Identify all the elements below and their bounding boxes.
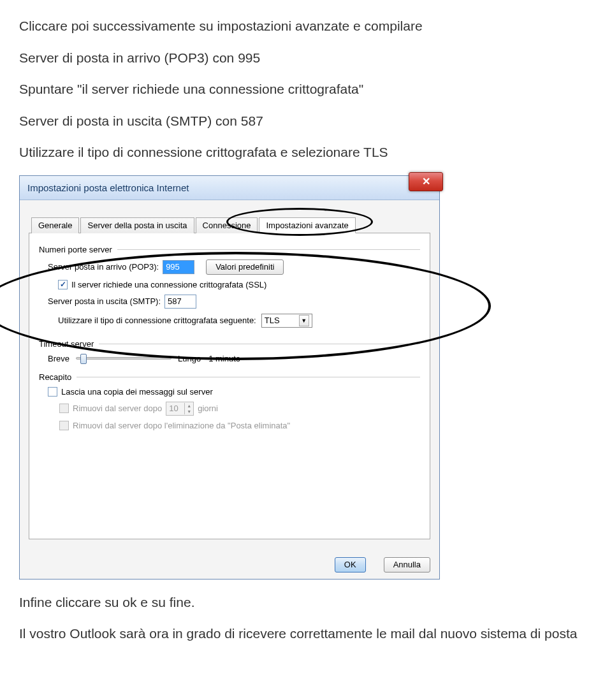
- row-smtp: Server posta in uscita (SMTP):: [48, 295, 420, 309]
- instruction-3: Spuntare "il server richiede una conness…: [19, 79, 593, 99]
- checkbox-remove-deleted: [59, 421, 69, 430]
- section-ports: Numeri porte server: [39, 245, 420, 254]
- row-remove-deleted: Rimuovi dal server dopo l'eliminazione d…: [59, 421, 420, 430]
- spinner-days: 10 ▲ ▼: [166, 402, 194, 416]
- label-long: Lungo: [178, 354, 201, 363]
- select-encryption[interactable]: TLS ▼: [261, 314, 312, 328]
- label-duration: 1 minuto: [208, 354, 240, 363]
- timeout-slider[interactable]: [76, 357, 171, 360]
- section-ports-label: Numeri porte server: [39, 245, 112, 254]
- checkbox-remove-after: [59, 404, 69, 413]
- spinner-up-icon: ▲: [184, 403, 193, 409]
- dialog-title: Impostazioni posta elettronica Internet: [27, 182, 189, 193]
- row-leave-copy: Lascia una copia dei messaggi sul server: [48, 387, 420, 397]
- section-delivery: Recapito: [39, 372, 420, 382]
- select-encryption-value: TLS: [265, 316, 280, 325]
- defaults-button[interactable]: Valori predefiniti: [206, 259, 284, 275]
- input-pop3-port[interactable]: [163, 260, 194, 274]
- checkbox-ssl[interactable]: [58, 280, 68, 289]
- divider: [117, 249, 420, 250]
- input-smtp-port[interactable]: [164, 295, 196, 309]
- instruction-6: Infine cliccare su ok e su fine.: [19, 592, 593, 613]
- slider-thumb[interactable]: [80, 354, 87, 364]
- close-icon: ✕: [422, 175, 430, 187]
- ok-button[interactable]: OK: [335, 557, 366, 572]
- spinner-days-value: 10: [169, 404, 178, 413]
- instruction-1: Cliccare poi successivamente su impostaz…: [19, 16, 593, 36]
- divider: [76, 377, 420, 377]
- label-short: Breve: [48, 354, 69, 363]
- dialog-footer: OK Annulla: [20, 551, 439, 579]
- label-ssl: Il server richiede una connessione critt…: [71, 280, 266, 289]
- label-leave-copy: Lascia una copia dei messaggi sul server: [61, 387, 213, 397]
- instruction-5: Utilizzare il tipo di connessione critto…: [19, 142, 593, 163]
- tab-advanced[interactable]: Impostazioni avanzate: [259, 217, 355, 233]
- spinner-down-icon: ▼: [184, 409, 193, 414]
- tabstrip: Generale Server della posta in uscita Co…: [29, 217, 430, 233]
- label-smtp: Server posta in uscita (SMTP):: [48, 296, 161, 306]
- tab-connection[interactable]: Connessione: [196, 217, 258, 233]
- instruction-7: Il vostro Outlook sarà ora in grado di r…: [19, 623, 593, 644]
- chevron-down-icon: ▼: [299, 315, 309, 326]
- label-remove-deleted: Rimuovi dal server dopo l'eliminazione d…: [73, 421, 290, 430]
- cancel-button[interactable]: Annulla: [384, 557, 430, 572]
- close-button[interactable]: ✕: [409, 172, 443, 191]
- label-encryption: Utilizzare il tipo di connessione critto…: [58, 316, 256, 325]
- instruction-4: Server di posta in uscita (SMTP) con 587: [19, 111, 593, 131]
- label-days: giorni: [198, 404, 218, 413]
- section-timeout: Timeout server: [39, 339, 420, 349]
- dialog-titlebar: Impostazioni posta elettronica Internet …: [20, 176, 439, 200]
- tab-panel-advanced: Numeri porte server Server posta in arri…: [29, 233, 430, 539]
- label-pop3: Server posta in arrivo (POP3):: [48, 262, 159, 272]
- divider: [99, 344, 420, 344]
- checkbox-leave-copy[interactable]: [48, 387, 57, 397]
- label-remove-after: Rimuovi dal server dopo: [73, 404, 162, 413]
- row-remove-after: Rimuovi dal server dopo 10 ▲ ▼ giorni: [59, 402, 420, 416]
- row-ssl: Il server richiede una connessione critt…: [58, 280, 420, 289]
- tab-outgoing[interactable]: Server della posta in uscita: [80, 217, 194, 233]
- row-timeout: Breve Lungo 1 minuto: [48, 354, 420, 363]
- tab-general[interactable]: Generale: [31, 217, 79, 233]
- section-timeout-label: Timeout server: [39, 339, 94, 349]
- section-delivery-label: Recapito: [39, 372, 71, 382]
- row-encryption: Utilizzare il tipo di connessione critto…: [58, 314, 420, 328]
- instruction-2: Server di posta in arrivo (POP3) con 995: [19, 48, 593, 68]
- settings-dialog: Impostazioni posta elettronica Internet …: [19, 175, 440, 580]
- row-pop3: Server posta in arrivo (POP3): Valori pr…: [48, 259, 420, 275]
